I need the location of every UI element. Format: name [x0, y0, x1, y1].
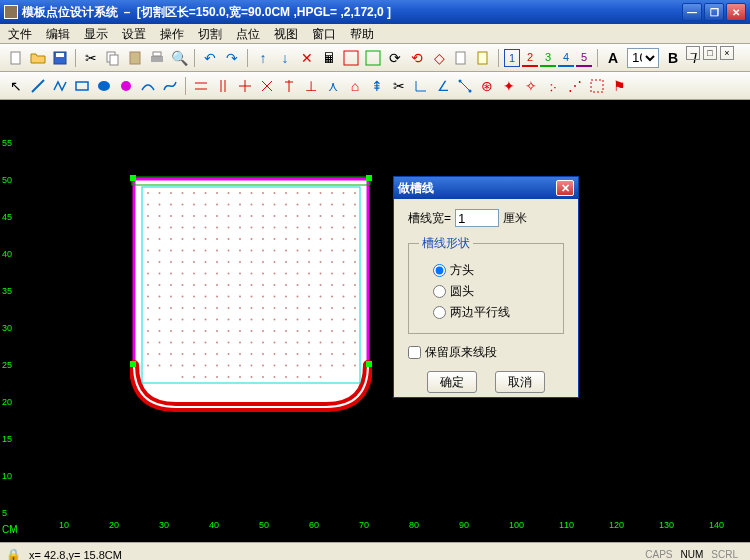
polyline-icon[interactable]: [50, 76, 70, 96]
delete-icon[interactable]: ✕: [297, 48, 317, 68]
save-icon[interactable]: [50, 48, 70, 68]
menu-view[interactable]: 视图: [274, 26, 298, 41]
down-icon[interactable]: ↓: [275, 48, 295, 68]
parallel-icon[interactable]: [191, 76, 211, 96]
calc-icon[interactable]: 🖩: [319, 48, 339, 68]
scissors2-icon[interactable]: ✂: [389, 76, 409, 96]
svg-point-111: [354, 227, 356, 229]
cancel-button[interactable]: 取消: [495, 371, 545, 393]
bold-icon[interactable]: B: [663, 48, 683, 68]
child-close-button[interactable]: ×: [720, 46, 734, 60]
font-size-combo[interactable]: 10: [627, 48, 659, 68]
dialog-titlebar[interactable]: 做槽线 ✕: [394, 177, 578, 199]
canvas[interactable]: 5 10 15 20 25 30 35 40 45 50 55 10 20 30…: [0, 100, 750, 542]
preview-icon[interactable]: 🔍: [169, 48, 189, 68]
svg-point-186: [343, 273, 345, 275]
svg-point-49: [297, 192, 299, 194]
undo-icon[interactable]: ↶: [200, 48, 220, 68]
width-input[interactable]: [455, 209, 499, 227]
mark2-icon[interactable]: ⊥: [301, 76, 321, 96]
menu-file[interactable]: 文件: [8, 26, 32, 41]
svg-point-296: [297, 342, 299, 344]
layer-2[interactable]: 2: [522, 49, 538, 67]
svg-point-93: [147, 227, 149, 229]
dialog-close-button[interactable]: ✕: [556, 180, 574, 196]
cut-icon[interactable]: ✂: [81, 48, 101, 68]
svg-point-300: [343, 342, 345, 344]
dots2-icon[interactable]: ⋰: [565, 76, 585, 96]
width-label: 槽线宽=: [408, 210, 451, 227]
angle-icon[interactable]: [411, 76, 431, 96]
mark3-icon[interactable]: ⋏: [323, 76, 343, 96]
dots1-icon[interactable]: ჻: [543, 76, 563, 96]
menu-display[interactable]: 显示: [84, 26, 108, 41]
menu-settings[interactable]: 设置: [122, 26, 146, 41]
svg-point-27: [459, 79, 462, 82]
menu-operate[interactable]: 操作: [160, 26, 184, 41]
svg-point-64: [251, 204, 253, 206]
plus-icon[interactable]: [235, 76, 255, 96]
plot-icon[interactable]: [341, 48, 361, 68]
paste-icon[interactable]: [125, 48, 145, 68]
layer-3[interactable]: 3: [540, 49, 556, 67]
mark1-icon[interactable]: [279, 76, 299, 96]
slot-dialog: 做槽线 ✕ 槽线宽= 厘米 槽线形状 方头 圆头 两边平行线 保留原来线段 确定…: [393, 176, 579, 398]
coords-label: x= 42.8,y= 15.8CM: [29, 549, 122, 561]
svg-rect-10: [456, 52, 465, 64]
menu-point[interactable]: 点位: [236, 26, 260, 41]
curve-icon[interactable]: [160, 76, 180, 96]
child-max-button[interactable]: □: [703, 46, 717, 60]
center-icon[interactable]: ✦: [499, 76, 519, 96]
measure-icon[interactable]: [455, 76, 475, 96]
layer-4[interactable]: 4: [558, 49, 574, 67]
arc-icon[interactable]: [138, 76, 158, 96]
close-button[interactable]: ✕: [726, 3, 746, 21]
print-icon[interactable]: [147, 48, 167, 68]
redo-icon[interactable]: ↷: [222, 48, 242, 68]
svg-point-134: [182, 250, 184, 252]
svg-point-298: [320, 342, 322, 344]
angle2-icon[interactable]: ∠: [433, 76, 453, 96]
rect-icon[interactable]: [72, 76, 92, 96]
radio-square[interactable]: [433, 264, 446, 277]
layer-5[interactable]: 5: [576, 49, 592, 67]
menu-edit[interactable]: 编辑: [46, 26, 70, 41]
menu-cut[interactable]: 切割: [198, 26, 222, 41]
copy-icon[interactable]: [103, 48, 123, 68]
diamond-icon[interactable]: ◇: [429, 48, 449, 68]
open-icon[interactable]: [28, 48, 48, 68]
mark5-icon[interactable]: ⇞: [367, 76, 387, 96]
svg-point-236: [262, 307, 264, 309]
vlines-icon[interactable]: [213, 76, 233, 96]
compass-icon[interactable]: ⊛: [477, 76, 497, 96]
new-icon[interactable]: [6, 48, 26, 68]
ok-button[interactable]: 确定: [427, 371, 477, 393]
radio-parallel[interactable]: [433, 306, 446, 319]
cross-icon[interactable]: [257, 76, 277, 96]
grid-icon[interactable]: [363, 48, 383, 68]
radio-round[interactable]: [433, 285, 446, 298]
menu-window[interactable]: 窗口: [312, 26, 336, 41]
svg-point-182: [297, 273, 299, 275]
rotate-icon[interactable]: ⟲: [407, 48, 427, 68]
maximize-button[interactable]: ❐: [704, 3, 724, 21]
workpiece-shape[interactable]: [130, 175, 372, 415]
flag-icon[interactable]: ⚑: [609, 76, 629, 96]
line-icon[interactable]: [28, 76, 48, 96]
star-icon[interactable]: ✧: [521, 76, 541, 96]
page-icon[interactable]: [473, 48, 493, 68]
minimize-button[interactable]: —: [682, 3, 702, 21]
doc-icon[interactable]: [451, 48, 471, 68]
menu-help[interactable]: 帮助: [350, 26, 374, 41]
ellipse-icon[interactable]: [94, 76, 114, 96]
pointer-icon[interactable]: ↖: [6, 76, 26, 96]
layer-1[interactable]: 1: [504, 49, 520, 67]
svg-point-314: [285, 353, 287, 355]
child-min-button[interactable]: –: [686, 46, 700, 60]
keep-checkbox[interactable]: [408, 346, 421, 359]
select-box-icon[interactable]: [587, 76, 607, 96]
mark4-icon[interactable]: ⌂: [345, 76, 365, 96]
up-icon[interactable]: ↑: [253, 48, 273, 68]
refresh-icon[interactable]: ⟳: [385, 48, 405, 68]
circle-icon[interactable]: [116, 76, 136, 96]
